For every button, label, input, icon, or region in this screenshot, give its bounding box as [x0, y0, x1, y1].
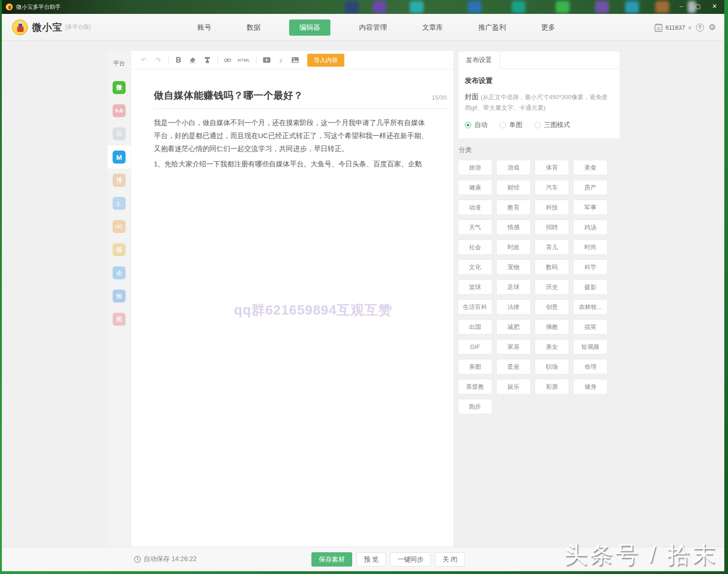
save-material-button[interactable]: 保存素材: [311, 552, 352, 567]
category-button[interactable]: 家居: [496, 339, 531, 354]
help-icon[interactable]: ?: [696, 24, 704, 32]
category-button[interactable]: 健康: [458, 180, 492, 195]
category-button[interactable]: 育儿: [535, 240, 569, 255]
platform-uc[interactable]: UC: [108, 215, 131, 238]
category-button[interactable]: 星座: [496, 359, 531, 374]
category-button[interactable]: 美女: [535, 339, 569, 354]
platform-weibo[interactable]: 博: [108, 169, 131, 192]
settings-tab-row: 发布设置: [458, 51, 620, 69]
category-button[interactable]: 命理: [573, 359, 608, 374]
sync-all-button[interactable]: 一键同步: [390, 552, 431, 567]
category-button[interactable]: 鸡汤: [573, 220, 608, 235]
close-button[interactable]: ✕: [708, 1, 722, 12]
html-icon[interactable]: HTML: [236, 54, 252, 66]
format-brush-icon[interactable]: [201, 54, 213, 66]
platform-qie[interactable]: 企: [108, 261, 131, 284]
category-button[interactable]: 军事: [573, 200, 608, 215]
nav-tab-promo[interactable]: 推广盈利: [472, 20, 513, 35]
link-icon[interactable]: [222, 54, 234, 66]
category-button[interactable]: 佛教: [535, 319, 569, 334]
cover-option-auto[interactable]: 自动: [465, 121, 487, 129]
platform-jianshu[interactable]: 简: [108, 308, 131, 331]
editor-paragraph[interactable]: 我是一个小白，做自媒体不到一个月，还在摸索阶段，这一个月我申请了几乎所有自媒体平…: [154, 116, 429, 155]
cover-option-single[interactable]: 单图: [500, 121, 522, 129]
category-button[interactable]: 足球: [496, 279, 531, 295]
platform-baijia[interactable]: 百: [108, 122, 131, 145]
category-button[interactable]: 房产: [573, 180, 608, 195]
nav-tab-library[interactable]: 文章库: [416, 20, 449, 35]
category-button[interactable]: 搞笑: [573, 319, 608, 334]
category-button[interactable]: 篮球: [458, 279, 492, 295]
category-button[interactable]: 体育: [535, 160, 569, 175]
category-button[interactable]: 摄影: [573, 279, 608, 295]
category-button[interactable]: 出国: [458, 319, 492, 334]
maximize-button[interactable]: ▢: [691, 1, 705, 12]
nav-tab-editor[interactable]: 编辑器: [289, 19, 330, 36]
gear-icon[interactable]: ⚙: [709, 23, 716, 32]
nav-tab-account[interactable]: 账号: [191, 20, 218, 35]
image-icon[interactable]: [289, 54, 301, 66]
music-icon[interactable]: ♪: [275, 54, 287, 66]
editor-paragraph[interactable]: 1、先给大家介绍一下我都注册有哪些自媒体平台。大鱼号、今日头条、百度百家、企鹅: [154, 158, 429, 170]
category-button[interactable]: 时尚: [573, 240, 608, 255]
platform-dayu[interactable]: M: [108, 145, 131, 169]
tab-publish-settings[interactable]: 发布设置: [458, 51, 500, 69]
category-button[interactable]: 基督教: [458, 379, 492, 394]
platform-wechat[interactable]: 微: [108, 76, 131, 99]
category-button[interactable]: 美图: [458, 359, 492, 374]
category-button[interactable]: GIF: [458, 339, 492, 354]
close-editor-button[interactable]: 关 闭: [435, 552, 465, 567]
category-button[interactable]: 天气: [458, 220, 492, 235]
preview-button[interactable]: 预 览: [356, 552, 386, 567]
category-button[interactable]: 法律: [496, 299, 531, 315]
category-button[interactable]: 美食: [573, 160, 608, 175]
platform-sohu[interactable]: 狐: [108, 238, 131, 261]
article-title-input[interactable]: 做自媒体能赚钱吗？哪一个最好？: [154, 89, 431, 102]
category-button[interactable]: 汽车: [535, 180, 569, 195]
category-button[interactable]: 娱乐: [496, 379, 531, 394]
category-button[interactable]: 生活百科: [458, 299, 492, 315]
nav-tab-data[interactable]: 数据: [240, 20, 267, 35]
category-button[interactable]: 健身: [573, 379, 608, 394]
video-icon[interactable]: [260, 54, 272, 66]
category-button[interactable]: 游戏: [496, 160, 531, 175]
category-button[interactable]: 情感: [496, 220, 531, 235]
category-button[interactable]: 跑步: [458, 399, 492, 414]
category-button[interactable]: 科技: [535, 200, 569, 215]
category-button[interactable]: 创意: [535, 299, 569, 315]
platform-toutiao[interactable]: 头条: [108, 99, 131, 122]
category-button[interactable]: 科学: [573, 259, 608, 275]
publish-settings-card: 发布设置 发布设置 封面 (从正文中选择，最小尺寸450*300像素，避免使用g…: [458, 51, 620, 139]
category-button[interactable]: 时政: [496, 240, 531, 255]
category-button[interactable]: 旅游: [458, 160, 492, 175]
account-dropdown[interactable]: 611637 ∨: [654, 23, 691, 32]
category-button[interactable]: 招聘: [535, 220, 569, 235]
category-button[interactable]: 社会: [458, 240, 492, 255]
desktop-icon-blur: [556, 1, 570, 13]
category-button[interactable]: 文化: [458, 259, 492, 275]
article-body[interactable]: 我是一个小白，做自媒体不到一个月，还在摸索阶段，这一个月我申请了几乎所有自媒体平…: [154, 116, 429, 170]
redo-icon[interactable]: ↷: [152, 54, 164, 66]
platform-yidian[interactable]: 1.: [108, 192, 131, 215]
eraser-icon[interactable]: [187, 54, 199, 66]
category-button[interactable]: 宠物: [496, 259, 531, 275]
category-button[interactable]: 数码: [535, 259, 569, 275]
category-button[interactable]: 历史: [535, 279, 569, 295]
import-content-button[interactable]: 导入内容: [307, 54, 344, 67]
category-button[interactable]: 农林牧...: [573, 299, 608, 315]
category-button[interactable]: 短视频: [573, 339, 608, 354]
editor-body[interactable]: 做自媒体能赚钱吗？哪一个最好？ 15/30 我是一个小白，做自媒体不到一个月，还…: [131, 89, 453, 170]
nav-tab-content[interactable]: 内容管理: [353, 20, 393, 35]
undo-icon[interactable]: ↶: [138, 54, 150, 66]
bold-icon[interactable]: B: [172, 54, 184, 66]
category-button[interactable]: 减肥: [496, 319, 531, 334]
platform-zhihu[interactable]: 知: [108, 284, 131, 308]
category-button[interactable]: 动漫: [458, 200, 492, 215]
cover-option-triple[interactable]: 三图模式: [534, 121, 570, 129]
category-button[interactable]: 教育: [496, 200, 531, 215]
category-button[interactable]: 职场: [535, 359, 569, 374]
category-button[interactable]: 财经: [496, 180, 531, 195]
minimize-button[interactable]: –: [674, 1, 688, 12]
nav-tab-more[interactable]: 更多: [535, 20, 562, 35]
category-button[interactable]: 彩票: [535, 379, 569, 394]
